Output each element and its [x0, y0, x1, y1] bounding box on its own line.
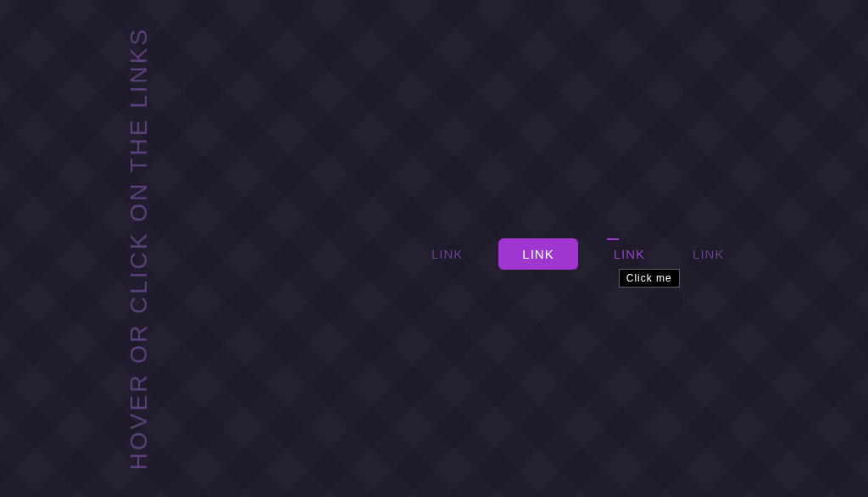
- instruction-heading: HOVER OR CLICK ON THE LINKS: [125, 27, 153, 470]
- nav-link-1[interactable]: LINK: [420, 238, 475, 270]
- nav-link-3[interactable]: LINK Click me: [602, 238, 657, 270]
- link-navigation: LINK LINK LINK Click me LINK: [420, 238, 736, 270]
- nav-link-3-label: LINK: [614, 247, 645, 261]
- nav-link-4[interactable]: LINK: [681, 238, 736, 270]
- hover-indicator: [607, 238, 619, 240]
- link-tooltip: Click me: [619, 269, 680, 288]
- nav-link-2[interactable]: LINK: [498, 238, 577, 270]
